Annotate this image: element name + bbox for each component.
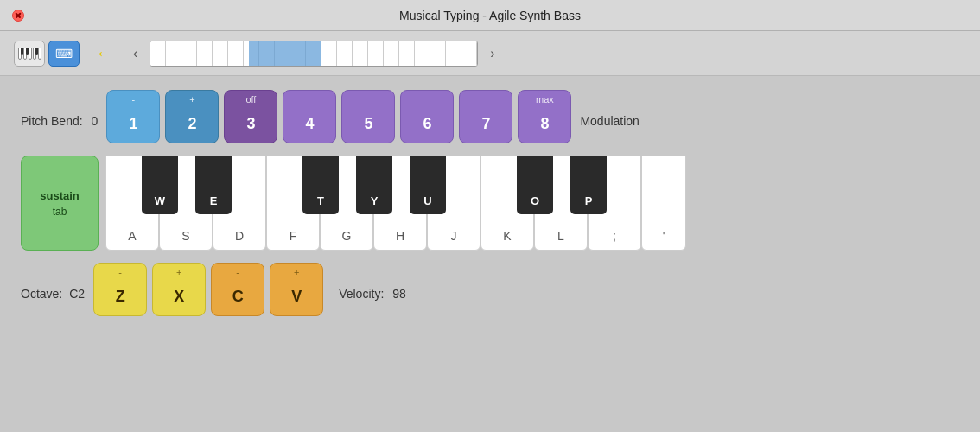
pitch-bend-value: 0 — [92, 114, 99, 128]
pitch-key-5-bottom: 5 — [342, 108, 394, 139]
arrow-left-icon: ← — [95, 42, 114, 65]
octave-key-v-bottom: V — [270, 281, 322, 312]
pitch-key-5-top — [342, 91, 394, 108]
pitch-key-1-top: - — [107, 91, 159, 108]
black-key-w[interactable]: W — [142, 156, 178, 214]
window-title: Musical Typing - Agile Synth Bass — [399, 9, 581, 22]
pitch-bend-label: Pitch Bend: — [21, 114, 83, 128]
pitch-key-8-top: max — [519, 91, 570, 108]
title-bar: Musical Typing - Agile Synth Bass — [0, 0, 980, 31]
black-key-u[interactable]: U — [410, 156, 446, 214]
pitch-key-4-bottom: 4 — [283, 108, 335, 139]
octave-key-v[interactable]: + V — [270, 263, 323, 316]
key-group-j: J U — [427, 156, 480, 251]
octave-velocity-row: Octave: C2 - Z + X - C + V Velocity: 98 — [21, 263, 959, 316]
octave-key-z[interactable]: - Z — [93, 263, 147, 316]
tab-label: tab — [53, 206, 67, 218]
piano-keys-area: A S W D E F G T H Y — [105, 156, 686, 251]
octave-key-v-top: + — [270, 264, 322, 281]
close-button[interactable] — [12, 10, 24, 22]
octave-key-c-bottom: C — [212, 281, 264, 312]
velocity-label: Velocity: — [339, 287, 384, 301]
pitch-key-2[interactable]: + 2 — [165, 90, 219, 143]
pitch-key-8-bottom: 8 — [519, 108, 570, 139]
pitch-key-5[interactable]: 5 — [341, 90, 395, 143]
main-content: Pitch Bend: 0 - 1 + 2 off 3 4 5 6 — [0, 76, 980, 330]
key-group-d: D E — [213, 156, 266, 251]
white-key-apostrophe[interactable]: ' — [641, 156, 686, 251]
pitch-key-7-bottom: 7 — [460, 108, 512, 139]
key-group-semicolon: ; P — [588, 156, 641, 251]
piano-icon — [18, 48, 41, 60]
pitch-key-8[interactable]: max 8 — [518, 90, 571, 143]
pitch-key-7[interactable]: 7 — [459, 90, 512, 143]
mini-piano-keys — [150, 41, 477, 66]
toolbar: ⌨ ← ‹ › — [0, 31, 980, 76]
keyboard-icon: ⌨ — [55, 47, 73, 60]
range-highlight — [249, 41, 321, 66]
keyboard-view-button[interactable]: ⌨ — [48, 41, 80, 67]
black-key-t[interactable]: T — [302, 156, 339, 214]
octave-key-z-bottom: Z — [94, 281, 146, 312]
pitch-key-6-top — [401, 91, 453, 108]
pitch-key-7-top — [460, 91, 512, 108]
velocity-value: 98 — [392, 287, 406, 301]
pitch-key-2-bottom: 2 — [166, 108, 218, 139]
sustain-label: sustain — [40, 189, 80, 202]
piano-view-button[interactable] — [14, 41, 45, 67]
sustain-key[interactable]: sustain tab — [21, 156, 99, 251]
black-key-e[interactable]: E — [195, 156, 232, 214]
octave-key-x-bottom: X — [153, 281, 205, 312]
modulation-label: Modulation — [580, 114, 640, 128]
octave-key-c[interactable]: - C — [211, 263, 264, 316]
pitch-bend-row: Pitch Bend: 0 - 1 + 2 off 3 4 5 6 — [21, 90, 959, 143]
view-toggle: ⌨ — [14, 41, 80, 67]
range-left-button[interactable]: ‹ — [130, 42, 141, 65]
black-key-o[interactable]: O — [517, 156, 553, 214]
pitch-key-1[interactable]: - 1 — [106, 90, 160, 143]
pitch-key-6[interactable]: 6 — [400, 90, 454, 143]
pitch-key-6-bottom: 6 — [401, 108, 453, 139]
octave-key-z-top: - — [94, 264, 146, 281]
octave-key-x-top: + — [153, 264, 205, 281]
black-key-p[interactable]: P — [570, 156, 607, 214]
keyboard-section: sustain tab A S W D E F G T — [21, 156, 959, 251]
pitch-key-4-top — [283, 91, 335, 108]
octave-key-c-top: - — [212, 264, 264, 281]
octave-value: C2 — [69, 287, 85, 301]
black-key-y[interactable]: Y — [356, 156, 392, 214]
octave-key-x[interactable]: + X — [152, 263, 206, 316]
pitch-key-3-top: off — [225, 91, 277, 108]
pitch-key-3-bottom: 3 — [225, 108, 277, 139]
pitch-key-4[interactable]: 4 — [283, 90, 336, 143]
range-right-button[interactable]: › — [487, 42, 498, 65]
piano-range-display — [150, 41, 478, 67]
pitch-key-3[interactable]: off 3 — [224, 90, 277, 143]
pitch-key-1-bottom: 1 — [107, 108, 159, 139]
octave-label: Octave: — [21, 287, 62, 301]
pitch-key-2-top: + — [166, 91, 218, 108]
